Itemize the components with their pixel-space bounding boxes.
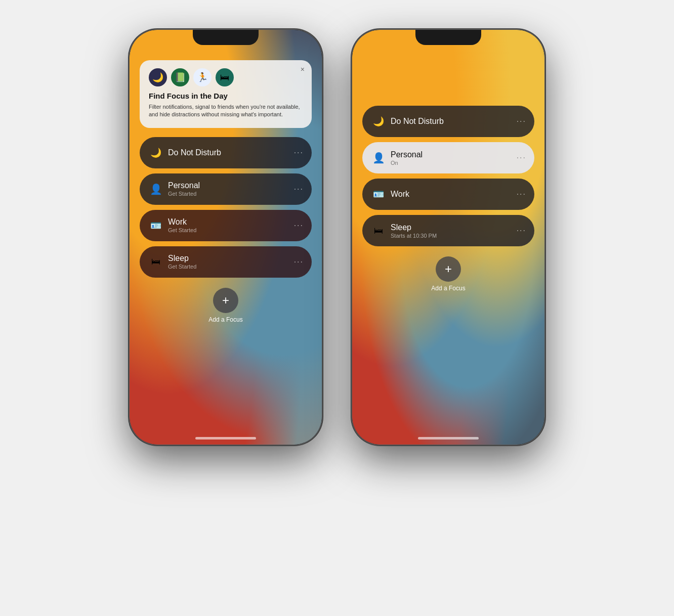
person-icon: 👤 [148, 181, 164, 197]
right-personal-title: Personal [391, 150, 517, 159]
left-work-more-button[interactable]: ··· [294, 221, 304, 230]
left-focus-panel: × 🌙 📗 🏃 🛏 Find Focus in the Day Filter n… [140, 55, 312, 419]
right-add-focus-button[interactable]: + Add a Focus [431, 256, 465, 292]
right-dnd-title: Do Not Disturb [391, 117, 517, 126]
right-dnd-more-button[interactable]: ··· [517, 117, 526, 126]
left-sleep-text: Sleep Get Started [168, 254, 294, 270]
left-work-item[interactable]: 🪪 Work Get Started ··· [140, 210, 312, 241]
right-sleep-subtitle: Starts at 10:30 PM [391, 233, 517, 239]
bed-icon-circle: 🛏 [216, 68, 234, 86]
left-notch [193, 30, 259, 45]
left-work-subtitle: Get Started [168, 227, 294, 233]
right-personal-more-button[interactable]: ··· [517, 153, 526, 162]
left-dnd-more-button[interactable]: ··· [294, 148, 304, 157]
left-personal-title: Personal [168, 181, 294, 190]
right-notch [415, 30, 481, 45]
right-work-item[interactable]: 🪪 Work ··· [362, 179, 534, 210]
left-personal-subtitle: Get Started [168, 191, 294, 197]
sleep-icon-circle: 🌙 [149, 68, 167, 86]
left-sleep-subtitle: Get Started [168, 263, 294, 270]
sleep-icon: 🛏 [148, 254, 164, 270]
left-do-not-disturb-item[interactable]: 🌙 Do Not Disturb ··· [140, 137, 312, 168]
left-home-indicator [195, 437, 256, 439]
right-work-more-button[interactable]: ··· [517, 190, 526, 199]
work-icon: 🪪 [148, 217, 164, 234]
right-sleep-more-button[interactable]: ··· [517, 226, 526, 235]
right-add-focus-label: Add a Focus [431, 285, 465, 292]
right-sleep-item[interactable]: 🛏 Sleep Starts at 10:30 PM ··· [362, 215, 534, 246]
left-sleep-more-button[interactable]: ··· [294, 257, 304, 267]
info-card-close-button[interactable]: × [301, 65, 305, 73]
right-phone: 🌙 Do Not Disturb ··· 👤 Personal On ··· [352, 30, 544, 445]
right-do-not-disturb-item[interactable]: 🌙 Do Not Disturb ··· [362, 106, 534, 137]
left-add-focus-icon: + [213, 288, 238, 313]
left-dnd-title: Do Not Disturb [168, 148, 294, 157]
info-card: × 🌙 📗 🏃 🛏 Find Focus in the Day Filter n… [140, 60, 312, 128]
left-dnd-text: Do Not Disturb [168, 148, 294, 157]
left-add-focus-button[interactable]: + Add a Focus [208, 288, 242, 323]
left-work-title: Work [168, 217, 294, 227]
right-work-title: Work [391, 190, 517, 199]
info-card-description: Filter notifications, signal to friends … [149, 103, 303, 119]
right-focus-panel: 🌙 Do Not Disturb ··· 👤 Personal On ··· [362, 55, 534, 419]
right-person-icon: 👤 [370, 150, 387, 166]
right-moon-icon: 🌙 [370, 113, 387, 129]
right-sleep-icon: 🛏 [370, 223, 387, 239]
right-sleep-text: Sleep Starts at 10:30 PM [391, 223, 517, 239]
right-home-indicator [418, 437, 479, 439]
left-personal-text: Personal Get Started [168, 181, 294, 197]
moon-icon: 🌙 [148, 145, 164, 161]
left-sleep-title: Sleep [168, 254, 294, 263]
right-work-text: Work [391, 190, 517, 199]
right-phone-wrapper: 🌙 Do Not Disturb ··· 👤 Personal On ··· [352, 30, 544, 586]
right-sleep-title: Sleep [391, 223, 517, 232]
right-add-focus-icon: + [436, 256, 461, 282]
left-work-text: Work Get Started [168, 217, 294, 233]
right-work-icon: 🪪 [370, 186, 387, 202]
left-personal-more-button[interactable]: ··· [294, 185, 304, 194]
left-sleep-item[interactable]: 🛏 Sleep Get Started ··· [140, 246, 312, 278]
left-screen: × 🌙 📗 🏃 🛏 Find Focus in the Day Filter n… [130, 30, 322, 445]
info-card-title: Find Focus in the Day [149, 92, 303, 100]
right-personal-subtitle: On [391, 160, 517, 166]
right-personal-text: Personal On [391, 150, 517, 166]
run-icon-circle: 🏃 [193, 68, 212, 86]
left-add-focus-label: Add a Focus [208, 316, 242, 323]
right-screen: 🌙 Do Not Disturb ··· 👤 Personal On ··· [352, 30, 544, 445]
info-card-icons: 🌙 📗 🏃 🛏 [149, 68, 303, 86]
right-dnd-text: Do Not Disturb [391, 117, 517, 126]
left-phone-wrapper: × 🌙 📗 🏃 🛏 Find Focus in the Day Filter n… [130, 30, 322, 586]
left-phone: × 🌙 📗 🏃 🛏 Find Focus in the Day Filter n… [130, 30, 322, 445]
left-personal-item[interactable]: 👤 Personal Get Started ··· [140, 173, 312, 205]
right-personal-item[interactable]: 👤 Personal On ··· [362, 142, 534, 173]
book-icon-circle: 📗 [171, 68, 189, 86]
